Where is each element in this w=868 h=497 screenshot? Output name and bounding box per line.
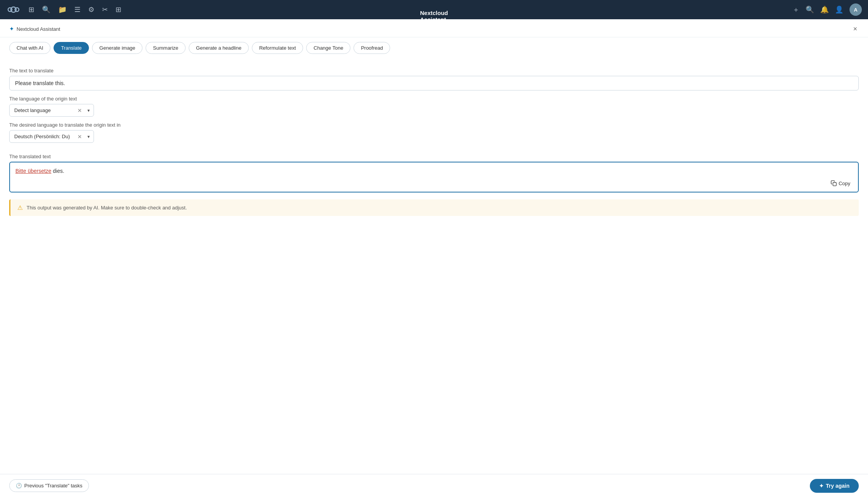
list-icon[interactable]: ☰ — [74, 5, 80, 14]
tab-change-tone[interactable]: Change Tone — [306, 42, 350, 54]
warning-icon: ⚠ — [17, 204, 23, 211]
origin-lang-label: The language of the origin text — [9, 96, 859, 102]
translated-text-box: Bitte übersetze dies. Copy — [9, 162, 859, 192]
svg-point-2 — [15, 8, 19, 12]
history-icon: 🕐 — [16, 483, 22, 489]
svg-rect-3 — [833, 182, 836, 186]
origin-lang-arrow-icon[interactable]: ▾ — [84, 105, 94, 115]
topbar: ⊞ 🔍 📁 ☰ ⚙ ✂ ⊞ Nextcloud Assistant ＋ 🔍 🔔 … — [0, 0, 868, 19]
tab-generate-headline[interactable]: Generate a headline — [189, 42, 249, 54]
nextcloud-logo[interactable] — [6, 2, 21, 17]
tab-generate-image[interactable]: Generate image — [92, 42, 142, 54]
try-again-sparkle-icon: ✦ — [819, 483, 824, 489]
grid-icon[interactable]: ⊞ — [28, 5, 34, 14]
assistant-label-text: Nextcloud Assistant — [17, 26, 60, 32]
contacts-icon[interactable]: 👤 — [835, 5, 843, 14]
target-lang-value: Deutsch (Persönlich: Du) — [10, 131, 76, 142]
form-content: The text to translate The language of th… — [0, 59, 868, 225]
bell-icon[interactable]: 🔔 — [820, 5, 829, 14]
search-icon[interactable]: 🔍 — [42, 5, 50, 14]
assistant-sparkle-icon: ✦ — [9, 25, 14, 32]
copy-label: Copy — [839, 181, 850, 186]
try-again-button[interactable]: ✦ Try again — [810, 479, 859, 493]
origin-lang-clear-icon[interactable]: ✕ — [76, 105, 84, 116]
tab-translate[interactable]: Translate — [54, 42, 89, 54]
prev-tasks-button[interactable]: 🕐 Previous "Translate" tasks — [9, 479, 89, 492]
target-lang-arrow-icon[interactable]: ▾ — [84, 132, 94, 142]
topbar-right: ＋ 🔍 🔔 👤 A — [793, 3, 862, 16]
main-content: ✦ Nextcloud Assistant × Chat with AI Tra… — [0, 19, 868, 497]
target-lang-label: The desired language to translate the or… — [9, 122, 859, 128]
copy-button[interactable]: Copy — [828, 179, 853, 188]
tab-proofread[interactable]: Proofread — [354, 42, 390, 54]
bottom-bar: 🕐 Previous "Translate" tasks ✦ Try again — [0, 474, 868, 497]
target-lang-select[interactable]: Deutsch (Persönlich: Du) ✕ ▾ — [9, 130, 94, 143]
assistant-label-wrap: ✦ Nextcloud Assistant — [9, 25, 60, 32]
table-icon[interactable]: ⊞ — [116, 5, 121, 14]
origin-lang-select[interactable]: Detect language ✕ ▾ — [9, 104, 94, 117]
tabs-row: Chat with AI Translate Generate image Su… — [0, 37, 868, 59]
tab-reformulate-text[interactable]: Reformulate text — [252, 42, 303, 54]
warning-text: This output was generated by AI. Make su… — [27, 205, 187, 211]
translate-input[interactable] — [9, 76, 859, 90]
try-again-label: Try again — [826, 483, 850, 489]
target-lang-clear-icon[interactable]: ✕ — [76, 131, 84, 142]
output-label: The translated text — [9, 154, 859, 159]
settings-icon[interactable]: ⚙ — [88, 5, 94, 14]
search-top-icon[interactable]: 🔍 — [806, 5, 814, 14]
tab-summarize[interactable]: Summarize — [146, 42, 186, 54]
folder-icon[interactable]: 📁 — [58, 5, 67, 14]
translated-text: Bitte übersetze dies. — [15, 168, 853, 174]
topbar-left: ⊞ 🔍 📁 ☰ ⚙ ✂ ⊞ — [6, 2, 121, 17]
assistant-header: ✦ Nextcloud Assistant × — [0, 19, 868, 37]
copy-icon — [831, 180, 837, 186]
avatar[interactable]: A — [850, 3, 862, 16]
warning-banner: ⚠ This output was generated by AI. Make … — [9, 199, 859, 216]
origin-lang-value: Detect language — [10, 104, 76, 116]
add-icon[interactable]: ＋ — [793, 5, 799, 14]
scissors-icon[interactable]: ✂ — [102, 5, 108, 14]
topbar-nav-icons: ⊞ 🔍 📁 ☰ ⚙ ✂ ⊞ — [28, 5, 121, 14]
input-label: The text to translate — [9, 68, 859, 74]
tab-chat-ai[interactable]: Chat with AI — [9, 42, 50, 54]
prev-tasks-label: Previous "Translate" tasks — [24, 483, 82, 489]
close-button[interactable]: × — [851, 25, 859, 33]
